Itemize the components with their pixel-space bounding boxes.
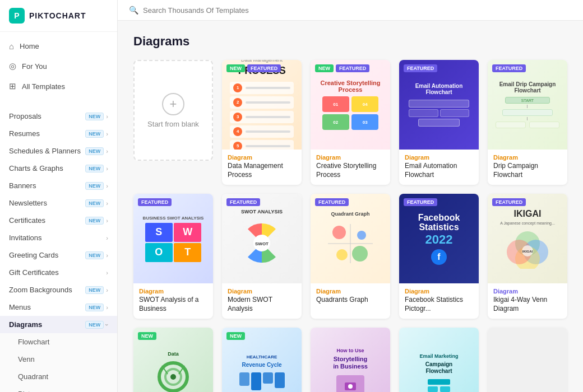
new-badge: NEW bbox=[315, 64, 334, 72]
card-thumbnail: NEW Data bbox=[133, 328, 213, 392]
chevron-icon: › bbox=[106, 252, 108, 259]
all-templates-icon: ⊞ bbox=[9, 81, 16, 91]
sidebar-item-certificates[interactable]: Certificates NEW › bbox=[0, 212, 117, 229]
chevron-icon: › bbox=[106, 287, 108, 293]
add-icon: + bbox=[162, 93, 184, 115]
sidebar-item-for-you[interactable]: ◎ For You bbox=[0, 56, 117, 76]
card-thumbnail: FEATURED Email Automation Flowchart bbox=[399, 60, 479, 150]
sidebar-item-all-templates[interactable]: ⊞ All Templates bbox=[0, 76, 117, 96]
card-thumbnail: FEATURED FacebookStatistics 2022 f bbox=[399, 194, 479, 283]
template-card-email-mkt[interactable]: Email Marketing CampaignFlowchart Diagra… bbox=[399, 328, 479, 392]
template-card-fb-stats[interactable]: FEATURED FacebookStatistics 2022 f Diagr… bbox=[399, 194, 479, 319]
svg-point-6 bbox=[336, 249, 348, 260]
card-category: Diagram bbox=[228, 154, 296, 161]
sidebar-item-newsletters[interactable]: Newsletters NEW › bbox=[0, 194, 117, 212]
template-card-storytelling[interactable]: How to Use Storytellingin Business Diagr… bbox=[311, 328, 390, 392]
sidebar-item-gift-certs[interactable]: Gift Certificates › bbox=[0, 264, 117, 281]
sidebar-item-zoom-bg[interactable]: Zoom Backgrounds NEW › bbox=[0, 281, 117, 298]
chevron-icon: › bbox=[106, 200, 108, 207]
card-badges: FEATURED bbox=[404, 64, 437, 72]
featured-badge: FEATURED bbox=[404, 198, 437, 206]
template-card-revenue2[interactable]: NEW Healthcare Revenue Cycle bbox=[222, 328, 302, 392]
sidebar-item-flowchart[interactable]: Flowchart bbox=[0, 333, 117, 351]
template-card-email-auto[interactable]: FEATURED Email Automation Flowchart bbox=[399, 60, 479, 185]
svg-point-16 bbox=[170, 374, 176, 380]
template-card-creative[interactable]: NEW FEATURED Creative Storytelling Proce… bbox=[311, 60, 390, 185]
card-category: Diagram bbox=[405, 154, 473, 161]
sidebar-item-charts[interactable]: Charts & Graphs NEW › bbox=[0, 160, 117, 177]
template-card-drip[interactable]: FEATURED Email Drip Campaign Flowchart S… bbox=[488, 60, 567, 185]
card-badges: FEATURED bbox=[492, 64, 526, 72]
chevron-icon: › bbox=[106, 235, 108, 241]
logo: P PIKTOCHART bbox=[0, 0, 117, 32]
chevron-icon: › bbox=[106, 130, 108, 137]
card-thumbnail: NEW Healthcare Revenue Cycle bbox=[222, 328, 302, 392]
chevron-down-icon: › bbox=[104, 324, 110, 326]
template-card-data-mgmt[interactable]: NEW FEATURED Data Management PROCESS 1 2… bbox=[222, 60, 302, 185]
sidebar-item-resumes[interactable]: Resumes NEW › bbox=[0, 125, 117, 142]
page-title: Diagrams bbox=[133, 34, 567, 49]
card-thumbnail: FEATURED SWOT ANALYSIS bbox=[222, 194, 302, 283]
card-name: Ikigai 4-Way Venn Diagram bbox=[493, 296, 562, 313]
featured-badge: FEATURED bbox=[226, 198, 260, 206]
sidebar-item-venn[interactable]: Venn bbox=[0, 351, 117, 368]
sidebar-item-banners[interactable]: Banners NEW › bbox=[0, 177, 117, 194]
featured-badge: FEATURED bbox=[404, 64, 437, 72]
sidebar-item-invitations[interactable]: Invitations › bbox=[0, 229, 117, 246]
card-name: Email Automation Flowchart bbox=[405, 162, 473, 179]
card-name: SWOT Analysis of a Business bbox=[139, 296, 207, 313]
templates-row-3: NEW Data Diagram bbox=[133, 328, 567, 392]
start-blank-card[interactable]: + Start from blank bbox=[133, 60, 213, 161]
templates-row-1: + Start from blank NEW FEATURED Data Man… bbox=[133, 60, 567, 185]
sidebar: P PIKTOCHART ⌂ Home ◎ For You ⊞ All Temp… bbox=[0, 0, 118, 392]
sidebar-item-proposals[interactable]: Proposals NEW › bbox=[0, 108, 117, 125]
card-thumbnail bbox=[488, 328, 567, 392]
sidebar-item-diagrams[interactable]: Diagrams NEW › bbox=[0, 316, 117, 333]
sidebar-categories: Proposals NEW › Resumes NEW › Schedules … bbox=[0, 105, 117, 392]
template-card-revenue1[interactable]: NEW Data Diagram bbox=[133, 328, 213, 392]
chevron-icon: › bbox=[106, 304, 108, 311]
card-category: Diagram bbox=[228, 288, 296, 295]
sidebar-item-quadrant[interactable]: Quadrant bbox=[0, 368, 117, 385]
template-card-placeholder[interactable] bbox=[488, 328, 567, 392]
chevron-icon: › bbox=[106, 183, 108, 189]
home-icon: ⌂ bbox=[9, 41, 14, 51]
card-badges: FEATURED bbox=[315, 198, 349, 206]
template-card-swot-biz[interactable]: FEATURED BUSINESS SWOT ANALYSIS S W O T … bbox=[133, 194, 213, 319]
card-category: Diagram bbox=[139, 288, 207, 295]
card-category: Diagram bbox=[316, 288, 385, 295]
new-badge: NEW bbox=[138, 332, 156, 340]
svg-text:SWOT: SWOT bbox=[255, 241, 269, 246]
logo-icon: P bbox=[9, 8, 25, 24]
chevron-icon: › bbox=[106, 113, 108, 120]
card-badges: FEATURED bbox=[492, 198, 526, 206]
template-card-swot-mod[interactable]: FEATURED SWOT ANALYSIS bbox=[222, 194, 302, 319]
sidebar-item-menus[interactable]: Menus NEW › bbox=[0, 298, 117, 316]
blank-card-label: Start from blank bbox=[147, 120, 199, 128]
card-thumbnail: FEATURED IKIGAI A Japanese concept meani… bbox=[488, 194, 567, 283]
card-badges: FEATURED bbox=[226, 198, 260, 206]
card-thumbnail: FEATURED Quadrant Graph bbox=[311, 194, 390, 283]
sidebar-label-all-templates: All Templates bbox=[22, 82, 65, 91]
sidebar-item-greeting-cards[interactable]: Greeting Cards NEW › bbox=[0, 246, 117, 264]
sidebar-item-home[interactable]: ⌂ Home bbox=[0, 36, 117, 56]
template-card-ikigai[interactable]: FEATURED IKIGAI A Japanese concept meani… bbox=[488, 194, 567, 319]
card-name: Facebook Statistics Pictogr... bbox=[405, 296, 473, 313]
right-panel: 🔍 Diagrams + Start from blank NEW FEATUR… bbox=[118, 0, 583, 392]
sidebar-item-schedules[interactable]: Schedules & Planners NEW › bbox=[0, 142, 117, 160]
card-name: Creative Storytelling Process bbox=[316, 162, 385, 179]
templates-row-2: FEATURED BUSINESS SWOT ANALYSIS S W O T … bbox=[133, 194, 567, 319]
search-input[interactable] bbox=[143, 6, 572, 15]
card-badges: NEW FEATURED bbox=[315, 64, 369, 72]
svg-point-18 bbox=[348, 384, 353, 389]
sidebar-item-pictogram[interactable]: Pictogram bbox=[0, 385, 117, 392]
card-name: Modern SWOT Analysis bbox=[228, 296, 296, 313]
for-you-icon: ◎ bbox=[9, 61, 16, 71]
diagrams-sub-items: Flowchart Venn Quadrant Pictogram bbox=[0, 333, 117, 392]
sidebar-nav: ⌂ Home ◎ For You ⊞ All Templates bbox=[0, 32, 117, 101]
featured-badge: FEATURED bbox=[315, 198, 349, 206]
card-thumbnail: Email Marketing CampaignFlowchart bbox=[399, 328, 479, 392]
template-card-quadrant[interactable]: FEATURED Quadrant Graph bbox=[311, 194, 390, 319]
search-icon: 🔍 bbox=[129, 6, 138, 15]
card-category: Diagram bbox=[316, 154, 385, 161]
